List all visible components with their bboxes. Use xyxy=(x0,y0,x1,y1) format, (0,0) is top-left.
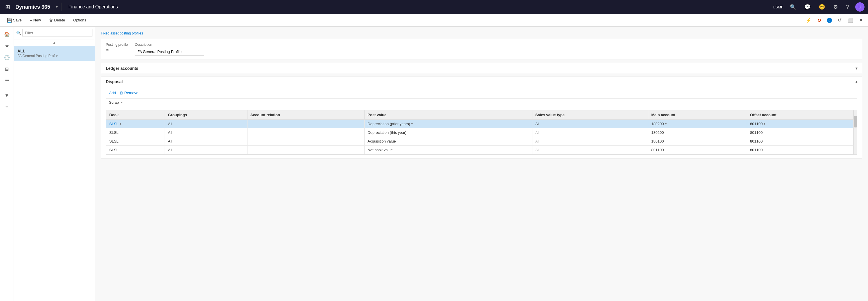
breadcrumb[interactable]: Fixed asset posting profiles xyxy=(101,31,862,35)
cell-post-value[interactable]: Depreciation (this year) xyxy=(365,128,532,137)
description-input[interactable] xyxy=(135,48,204,56)
cell-offset-account[interactable]: 801100▾ xyxy=(747,120,854,128)
table-header: Book Groupings Account relation Post val… xyxy=(106,110,854,120)
table-scroll-area: Book Groupings Account relation Post val… xyxy=(106,110,854,155)
post-value-text: Depreciation (prior years) xyxy=(368,122,410,126)
scroll-arrow-up: ▲ xyxy=(14,39,95,46)
help-icon[interactable]: ? xyxy=(844,3,850,11)
table-row[interactable]: SLSLAllAcquisition valueAll180100801100 xyxy=(106,137,854,146)
scrap-dropdown-arrow-icon: ▾ xyxy=(121,101,123,104)
lines-icon[interactable]: ≡ xyxy=(2,102,12,112)
scrap-dropdown[interactable]: Scrap ▾ xyxy=(106,99,857,106)
brand-chevron-icon[interactable]: ▾ xyxy=(56,5,58,9)
cell-post-value[interactable]: Depreciation (prior years)▾ xyxy=(365,120,532,128)
cell-offset-account[interactable]: 801100 xyxy=(747,137,854,146)
offset-account-dropdown-arrow-icon: ▾ xyxy=(764,122,765,126)
table-container: Book Groupings Account relation Post val… xyxy=(106,110,857,155)
office-icon[interactable]: O xyxy=(816,16,823,24)
notification-icon[interactable]: 💬 xyxy=(803,3,812,11)
cell-offset-account[interactable]: 801100 xyxy=(747,128,854,137)
main-account-text: 180200 xyxy=(651,122,664,126)
col-post-value: Post value xyxy=(365,110,532,120)
content-area: Fixed asset posting profiles Posting pro… xyxy=(95,27,868,301)
cell-groupings: All xyxy=(165,146,247,155)
cell-main-account[interactable]: 180200 xyxy=(648,128,747,137)
options-label: Options xyxy=(73,18,86,22)
filter-input[interactable] xyxy=(22,29,92,37)
main-account-dropdown-arrow-icon: ▾ xyxy=(665,122,666,126)
remove-button[interactable]: 🗑 Remove xyxy=(119,91,138,95)
cell-main-account[interactable]: 180100 xyxy=(648,137,747,146)
restore-icon[interactable]: ⬜ xyxy=(846,16,855,24)
ledger-accounts-header[interactable]: Ledger accounts ▾ xyxy=(101,63,862,74)
book-link[interactable]: SLSL xyxy=(109,122,119,126)
grid-menu-button[interactable]: ⊞ xyxy=(3,2,12,11)
delete-icon: 🗑 xyxy=(49,18,53,23)
action-toolbar: 💾 Save + New 🗑 Delete Options ⚡ O 0 ↺ ⬜ … xyxy=(0,14,868,27)
cell-main-account[interactable]: 180200▾ xyxy=(648,120,747,128)
form-fields: Posting profile ALL Description xyxy=(106,42,857,56)
col-offset-account: Offset account xyxy=(747,110,854,120)
vertical-scrollbar[interactable] xyxy=(854,110,857,155)
refresh-icon[interactable]: ↺ xyxy=(836,16,843,24)
posting-profile-label: Posting profile xyxy=(106,42,128,47)
add-button[interactable]: + Add xyxy=(106,91,116,95)
filter-toggle-icon[interactable]: ▼ xyxy=(2,90,12,101)
list-scroll-area: ALL FA General Posting Profile xyxy=(14,46,95,301)
toolbar-right-actions: ⚡ O 0 ↺ ⬜ ✕ xyxy=(804,16,865,24)
description-label: Description xyxy=(135,42,204,47)
remove-label: Remove xyxy=(124,91,138,95)
sidebar-icon-panel: 🏠 ★ 🕐 ⊞ ☰ ▼ ≡ xyxy=(0,27,14,301)
table-row[interactable]: SLSLAllNet book valueAll801100801100 xyxy=(106,146,854,155)
search-icon[interactable]: 🔍 xyxy=(788,3,798,11)
new-button[interactable]: + New xyxy=(26,16,44,24)
close-icon[interactable]: ✕ xyxy=(857,16,865,24)
home-icon[interactable]: 🏠 xyxy=(2,29,12,39)
app-name-label: Finance and Operations xyxy=(64,4,123,9)
settings-icon[interactable]: ⚙ xyxy=(832,3,840,11)
cell-post-value[interactable]: Acquisition value xyxy=(365,137,532,146)
list-item[interactable]: ALL FA General Posting Profile xyxy=(14,46,95,61)
sales-value-text: All xyxy=(535,130,539,135)
table-row[interactable]: SLSL▾AllDepreciation (prior years)▾All18… xyxy=(106,120,854,128)
cell-book[interactable]: SLSL xyxy=(106,137,165,146)
cell-offset-account[interactable]: 801100 xyxy=(747,146,854,155)
recent-icon[interactable]: 🕐 xyxy=(2,52,12,63)
main-layout: 🏠 ★ 🕐 ⊞ ☰ ▼ ≡ 🔍 ▲ ALL FA General Posting… xyxy=(0,27,868,301)
cell-book[interactable]: SLSL▾ xyxy=(106,120,165,128)
toolbar-separator xyxy=(92,17,92,24)
delete-button[interactable]: 🗑 Delete xyxy=(45,16,69,24)
disposal-chevron-icon: ▴ xyxy=(856,80,857,84)
list-panel: 🔍 ▲ ALL FA General Posting Profile xyxy=(14,27,95,301)
disposal-section-header[interactable]: Disposal ▴ xyxy=(101,76,862,87)
cell-book[interactable]: SLSL xyxy=(106,146,165,155)
cell-sales-value-type: All xyxy=(532,128,648,137)
table-row[interactable]: SLSLAllDepreciation (this year)All180200… xyxy=(106,128,854,137)
disposal-title: Disposal xyxy=(106,79,123,84)
options-button[interactable]: Options xyxy=(69,16,90,24)
description-field: Description xyxy=(135,42,204,56)
cell-main-account[interactable]: 801100 xyxy=(648,146,747,155)
posting-profile-field: Posting profile ALL xyxy=(106,42,128,52)
scroll-thumb[interactable] xyxy=(854,116,857,128)
workspaces-icon[interactable]: ⊞ xyxy=(2,64,12,74)
cell-book[interactable]: SLSL xyxy=(106,128,165,137)
add-label: Add xyxy=(109,91,116,95)
cell-post-value[interactable]: Net book value xyxy=(365,146,532,155)
delete-label: Delete xyxy=(54,18,65,22)
modules-icon[interactable]: ☰ xyxy=(2,75,12,86)
notification-badge-icon[interactable]: 0 xyxy=(825,16,834,24)
filter-row: 🔍 xyxy=(14,27,95,39)
feedback-icon[interactable]: 😊 xyxy=(817,3,827,11)
personalize-icon[interactable]: ⚡ xyxy=(804,16,813,24)
avatar[interactable]: U xyxy=(855,2,865,11)
brand-area: Dynamics 365 ▾ Finance and Operations xyxy=(12,3,123,11)
company-indicator: USMF xyxy=(773,5,783,9)
save-button[interactable]: 💾 Save xyxy=(3,16,25,24)
book-dropdown-arrow-icon: ▾ xyxy=(120,122,121,126)
post-value-dropdown-arrow-icon: ▾ xyxy=(411,122,413,126)
col-groupings: Groupings xyxy=(165,110,247,120)
favorites-icon[interactable]: ★ xyxy=(2,40,12,51)
new-label: New xyxy=(33,18,41,22)
dynamics365-brand[interactable]: Dynamics 365 xyxy=(12,4,54,10)
